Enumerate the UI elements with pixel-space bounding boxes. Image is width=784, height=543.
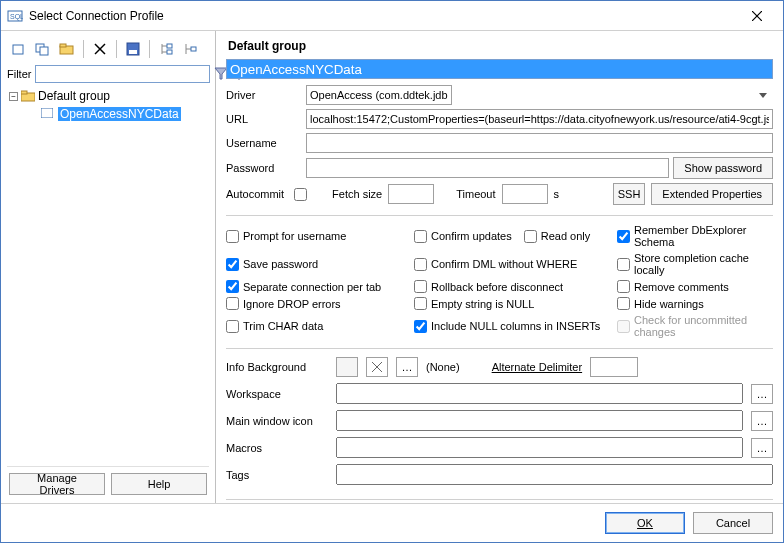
- tree-expander-icon[interactable]: −: [9, 92, 18, 101]
- tree-profile-item[interactable]: OpenAccessNYCData: [9, 105, 209, 123]
- window-title: Select Connection Profile: [29, 9, 737, 23]
- infobg-browse-button[interactable]: …: [396, 357, 418, 377]
- svg-rect-27: [41, 108, 53, 118]
- cancel-button[interactable]: Cancel: [693, 512, 773, 534]
- infobg-clear-button[interactable]: [366, 357, 388, 377]
- alt-delim-label: Alternate Delimiter: [492, 361, 582, 373]
- username-input[interactable]: [306, 133, 773, 153]
- save-password-check[interactable]: Save password: [226, 252, 406, 276]
- driver-select-wrap: [306, 85, 773, 105]
- main-icon-browse-button[interactable]: …: [751, 411, 773, 431]
- main-icon-input[interactable]: [336, 410, 743, 431]
- ignore-drop-check[interactable]: Ignore DROP errors: [226, 297, 406, 310]
- tree-profile-label: OpenAccessNYCData: [58, 107, 181, 121]
- tags-input[interactable]: [336, 464, 773, 485]
- main-icon-row: Main window icon …: [226, 410, 773, 431]
- store-cache-check[interactable]: Store completion cache locally: [617, 252, 773, 276]
- toolbar-separator: [83, 40, 84, 58]
- help-button[interactable]: Help: [111, 473, 207, 495]
- rollback-check[interactable]: Rollback before disconnect: [414, 280, 609, 293]
- username-row: Username: [226, 133, 773, 153]
- profile-name-input[interactable]: [226, 59, 773, 79]
- manage-drivers-button[interactable]: Manage Drivers: [9, 473, 105, 495]
- workspace-browse-button[interactable]: …: [751, 384, 773, 404]
- info-bg-label: Info Background: [226, 361, 328, 373]
- copy-profile-icon[interactable]: [33, 39, 53, 59]
- ok-button[interactable]: OK: [605, 512, 685, 534]
- workspace-input[interactable]: [336, 383, 743, 404]
- separate-conn-check[interactable]: Separate connection per tab: [226, 280, 406, 293]
- alt-delim-input[interactable]: [590, 357, 638, 377]
- right-pane: Default group Driver URL Username Passwo…: [216, 31, 783, 503]
- empty-null-check[interactable]: Empty string is NULL: [414, 297, 609, 310]
- info-section: Info Background … (None) Alternate Delim…: [226, 357, 773, 500]
- workspace-label: Workspace: [226, 388, 328, 400]
- remove-comments-check[interactable]: Remove comments: [617, 280, 773, 293]
- filter-row: Filter: [7, 65, 209, 83]
- macros-browse-button[interactable]: …: [751, 438, 773, 458]
- include-null-check[interactable]: Include NULL columns in INSERTs: [414, 314, 609, 338]
- read-only-check[interactable]: Read only: [524, 224, 591, 248]
- titlebar: SQL Select Connection Profile: [1, 1, 783, 31]
- left-bottom-buttons: Manage Drivers Help: [7, 466, 209, 497]
- macros-row: Macros …: [226, 437, 773, 458]
- remember-schema-check[interactable]: Remember DbExplorer Schema: [617, 224, 773, 248]
- show-password-button[interactable]: Show password: [673, 157, 773, 179]
- timeout-unit: s: [554, 188, 560, 200]
- svg-rect-20: [191, 47, 196, 51]
- infobg-color-swatch[interactable]: [336, 357, 358, 377]
- fetch-size-input[interactable]: [388, 184, 434, 204]
- toolbar-separator: [149, 40, 150, 58]
- autocommit-checkbox[interactable]: [294, 188, 307, 201]
- tree-group-label: Default group: [38, 89, 110, 103]
- options-row: Autocommit Fetch size Timeout s SSH Exte…: [226, 183, 773, 216]
- profile-icon: [41, 108, 55, 120]
- new-profile-icon[interactable]: [9, 39, 29, 59]
- extended-properties-button[interactable]: Extended Properties: [651, 183, 773, 205]
- tree-group-item[interactable]: − Default group: [9, 87, 209, 105]
- dialog-body: Filter − Default group OpenAccessNYCData: [1, 31, 783, 503]
- dialog-window: SQL Select Connection Profile Filter: [0, 0, 784, 543]
- url-row: URL: [226, 109, 773, 129]
- driver-row: Driver: [226, 85, 773, 105]
- hide-warnings-check[interactable]: Hide warnings: [617, 297, 773, 310]
- password-input[interactable]: [306, 158, 669, 178]
- timeout-label: Timeout: [456, 188, 495, 200]
- username-label: Username: [226, 137, 306, 149]
- svg-rect-17: [167, 50, 172, 54]
- dialog-footer: OK Cancel: [1, 503, 783, 542]
- svg-rect-8: [60, 44, 66, 47]
- profile-tree[interactable]: − Default group OpenAccessNYCData: [7, 87, 209, 462]
- url-input[interactable]: [306, 109, 773, 129]
- timeout-input[interactable]: [502, 184, 548, 204]
- svg-rect-16: [167, 44, 172, 48]
- confirm-dml-check[interactable]: Confirm DML without WHERE: [414, 252, 609, 276]
- left-pane: Filter − Default group OpenAccessNYCData: [1, 31, 216, 503]
- tree-root-row: − Default group OpenAccessNYCData: [7, 87, 209, 123]
- driver-select[interactable]: [306, 85, 452, 105]
- check-uncommitted-check: Check for uncommitted changes: [617, 314, 773, 338]
- workspace-row: Workspace …: [226, 383, 773, 404]
- window-close-button[interactable]: [737, 2, 777, 30]
- macros-input[interactable]: [336, 437, 743, 458]
- confirm-updates-check[interactable]: Confirm updates: [414, 224, 512, 248]
- info-bg-row: Info Background … (None) Alternate Delim…: [226, 357, 773, 377]
- password-row: Password Show password: [226, 157, 773, 179]
- tags-row: Tags: [226, 464, 773, 485]
- filter-input[interactable]: [35, 65, 210, 83]
- collapse-tree-icon[interactable]: [180, 39, 200, 59]
- infobg-value: (None): [426, 361, 460, 373]
- expand-tree-icon[interactable]: [156, 39, 176, 59]
- trim-char-check[interactable]: Trim CHAR data: [226, 314, 406, 338]
- driver-label: Driver: [226, 89, 306, 101]
- url-label: URL: [226, 113, 306, 125]
- prompt-username-check[interactable]: Prompt for username: [226, 224, 406, 248]
- new-folder-icon[interactable]: [57, 39, 77, 59]
- delete-icon[interactable]: [90, 39, 110, 59]
- app-sql-icon: SQL: [7, 8, 23, 24]
- svg-rect-26: [21, 91, 27, 94]
- save-icon[interactable]: [123, 39, 143, 59]
- ssh-button[interactable]: SSH: [613, 183, 646, 205]
- macros-label: Macros: [226, 442, 328, 454]
- svg-text:SQL: SQL: [10, 13, 23, 21]
